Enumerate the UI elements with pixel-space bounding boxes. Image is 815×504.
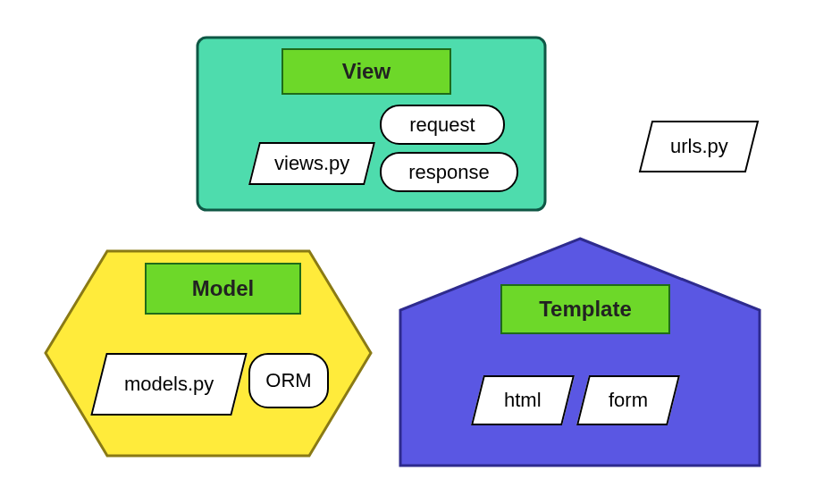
urls-file: urls.py xyxy=(639,121,759,172)
view-response: response xyxy=(380,152,518,192)
view-title-text: View xyxy=(342,59,391,84)
view-response-text: response xyxy=(408,161,490,184)
template-form-text: form xyxy=(609,389,648,412)
model-orm: ORM xyxy=(248,353,329,408)
model-title-text: Model xyxy=(192,276,254,301)
view-request: request xyxy=(380,105,505,145)
diagram-canvas: View views.py request response urls.py M… xyxy=(0,0,815,504)
template-container-shape xyxy=(397,235,763,469)
template-html: html xyxy=(471,375,575,425)
view-title: View xyxy=(281,48,451,95)
template-form: form xyxy=(576,375,680,425)
model-file: models.py xyxy=(90,353,247,416)
template-title: Template xyxy=(500,284,670,334)
svg-marker-2 xyxy=(400,239,760,466)
view-file: views.py xyxy=(248,142,375,185)
urls-file-text: urls.py xyxy=(670,135,728,158)
view-file-text: views.py xyxy=(274,152,349,175)
view-request-text: request xyxy=(409,113,475,137)
template-html-text: html xyxy=(504,389,542,412)
model-orm-text: ORM xyxy=(265,369,311,392)
model-title: Model xyxy=(145,263,301,315)
model-file-text: models.py xyxy=(124,373,214,396)
template-title-text: Template xyxy=(539,297,632,322)
